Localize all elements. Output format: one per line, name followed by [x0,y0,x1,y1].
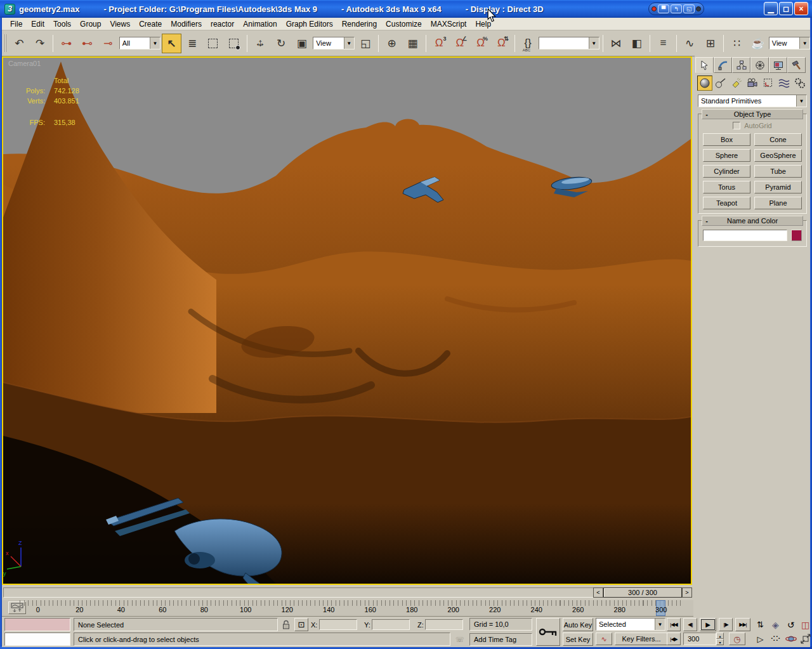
tab-modify[interactable] [714,57,732,73]
align-button[interactable]: ◧ [627,34,646,53]
object-name-input[interactable] [703,230,787,241]
walk-through-button[interactable]: ⠪⠕ [768,633,783,645]
z-coordinate-field[interactable] [425,619,463,630]
object-type-button[interactable]: Cone [754,133,802,146]
absolute-mode-transform-button[interactable]: ⊡ [294,618,308,631]
communicator-icon[interactable]: ☏ [454,633,466,646]
restore-button[interactable]: ◻ [779,2,793,15]
select-and-link-icon[interactable]: ⊶ [56,34,76,53]
maxscript-mini-listener-white[interactable] [4,633,70,646]
layer-manager-button[interactable]: ≡ [653,34,673,53]
object-type-button[interactable]: Pyramid [754,181,802,193]
tab-utilities[interactable] [787,57,806,73]
category-shapes[interactable] [713,75,728,91]
snaps-toggle-button[interactable]: Ω3 [429,34,449,53]
tab-hierarchy[interactable] [732,57,750,73]
dolly-camera-button[interactable]: ⇅ [753,618,768,631]
previous-frame-button[interactable]: ◀|| [683,618,697,631]
track-bar[interactable]: 0204060801001201401601802002202402602803… [2,600,693,617]
category-systems[interactable] [792,75,808,91]
menu-item[interactable]: File [6,18,27,30]
widget-dark-dot[interactable] [696,6,701,11]
rectangular-selection-region-button[interactable] [204,34,223,53]
viewport-camera-label[interactable]: Camera01 [8,60,41,67]
next-frame-arrow[interactable]: > [682,587,692,598]
menu-item[interactable]: Tools [49,18,75,30]
select-and-scale-button[interactable]: ▣ [292,34,311,53]
reference-coordinate-system-dropdown[interactable]: View ▼ [313,37,354,49]
tab-display[interactable] [769,57,787,73]
set-keys-button[interactable] [536,618,560,646]
render-scene-dialog-button[interactable]: ☕ [748,34,768,53]
selection-lock-toggle[interactable] [280,618,292,631]
maximize-viewport-toggle-button[interactable] [798,633,812,645]
keyboard-shortcut-override-button[interactable]: ▦ [403,34,422,53]
menu-item[interactable]: Group [75,18,105,30]
object-type-button[interactable]: GeoSphere [754,149,802,162]
tab-create[interactable] [695,57,714,73]
named-selection-dropdown[interactable]: ▼ [539,37,599,49]
mirror-button[interactable]: ⋈ [606,34,626,53]
tab-motion[interactable] [750,57,769,73]
play-animation-button[interactable]: ▶ [700,618,716,631]
category-space-warps[interactable] [776,75,792,91]
select-object-button[interactable]: ↖ [162,34,181,53]
menu-item[interactable]: Graph Editors [282,18,337,30]
select-and-manipulate-button[interactable]: ⊕ [382,34,402,53]
title-bar[interactable]: 3 geometry2.max - Project Folder: G:\Pro… [0,0,812,18]
undo-button[interactable]: ↶ [10,34,29,53]
redo-button[interactable]: ↷ [30,34,50,53]
select-by-name-button[interactable]: ≣ [183,34,202,53]
object-type-button[interactable]: Tube [754,165,802,178]
material-editor-button[interactable]: ∷ [727,34,747,53]
select-and-move-button[interactable]: ↔↕ [251,34,270,53]
spinner-snap-toggle-button[interactable]: Ω⇅ [492,34,511,53]
menu-item[interactable]: Edit [27,18,49,30]
frame-spinner[interactable]: ▴ ▾ [716,633,724,645]
object-type-rollout-header[interactable]: - Object Type [702,109,803,119]
camera-viewport[interactable]: Z x y Camera01 Total Polys:742.128 Verts… [2,56,692,585]
selection-filter-dropdown[interactable]: All ▼ [119,37,160,49]
menu-item[interactable]: Views [105,18,134,30]
menu-item[interactable]: Customize [381,18,426,30]
render-type-dropdown[interactable]: View ▼ [769,37,810,49]
dropdown-arrow-icon[interactable]: ▼ [655,619,665,630]
roll-camera-button[interactable]: ↺ [783,618,798,631]
menu-item[interactable]: Modifiers [166,18,206,30]
angle-snap-toggle-button[interactable]: Ω∠ [450,34,470,53]
object-type-button[interactable]: Box [703,133,750,146]
time-slider-track[interactable] [3,587,692,598]
time-slider[interactable]: < 300 / 300 > [2,586,693,599]
curve-editor-button[interactable]: ∿ [680,34,700,53]
use-pivot-point-center-button[interactable]: ◱ [356,34,376,53]
object-color-swatch[interactable] [791,230,802,241]
key-filters-button[interactable]: Key Filters... [615,633,668,645]
x-coordinate-field[interactable] [319,619,357,630]
menu-item[interactable]: Animation [239,18,281,30]
spinner-up-icon[interactable]: ▴ [716,633,724,639]
dropdown-arrow-icon[interactable]: ▼ [796,95,806,107]
object-type-button[interactable]: Torus [703,181,750,193]
name-and-color-rollout-header[interactable]: - Name and Color [702,216,803,226]
minimize-button[interactable]: ▁ [764,2,778,15]
category-cameras[interactable] [745,75,760,91]
dropdown-arrow-icon[interactable]: ▼ [589,37,599,49]
auto-key-button[interactable]: Auto Key [563,618,593,631]
spinner-down-icon[interactable]: ▾ [716,639,724,645]
menu-item[interactable]: MAXScript [426,18,471,30]
field-of-view-button[interactable]: ▷ [753,633,768,645]
orbit-camera-button[interactable] [783,633,798,645]
time-configuration-button[interactable]: ◷ [729,633,745,645]
select-and-rotate-button[interactable]: ↻ [272,34,291,53]
bind-to-space-warp-icon[interactable]: ⊸ [98,34,118,53]
widget-button-3[interactable]: ◱ [683,4,695,13]
current-frame-field[interactable]: 300 [683,633,716,645]
primitives-category-dropdown[interactable]: Standard Primitives ▼ [698,95,807,107]
next-frame-button[interactable]: ||▶ [719,618,733,631]
close-button[interactable]: × [794,2,808,15]
toolbar-grip[interactable] [3,34,6,52]
menu-item[interactable]: reactor [206,18,239,30]
dropdown-arrow-icon[interactable]: ▼ [150,37,160,49]
zoom-extents-all-button[interactable]: ◈ [768,618,783,631]
y-coordinate-field[interactable] [372,619,410,630]
